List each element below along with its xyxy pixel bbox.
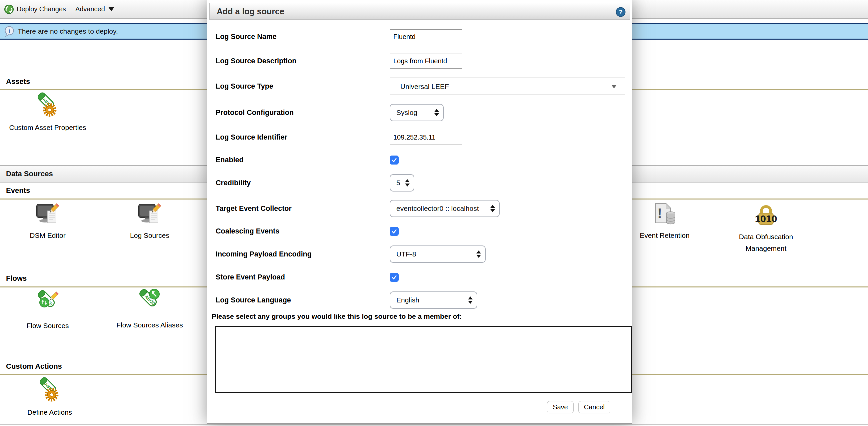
protocol-configuration-select[interactable]: Syslog: [390, 104, 444, 121]
section-header-custom-actions: Custom Actions: [6, 362, 62, 371]
advanced-label: Advanced: [75, 5, 105, 13]
spinner-arrows-icon: [402, 179, 410, 187]
save-button[interactable]: Save: [547, 401, 574, 413]
spinner-arrows-icon: [472, 251, 481, 258]
shortcut-log-sources[interactable]: Log Sources: [102, 203, 197, 241]
dialog-buttons: Save Cancel: [547, 401, 610, 413]
incoming-payload-encoding-select[interactable]: UTF-8: [390, 245, 486, 263]
cancel-button[interactable]: Cancel: [578, 401, 610, 413]
section-header-flows: Flows: [6, 274, 27, 283]
field-label: Target Event Collector: [216, 204, 390, 213]
svg-text:i: i: [8, 28, 10, 34]
log-source-type-combo[interactable]: Universal LEEF: [390, 77, 625, 95]
shortcut-label: Flow Sources Aliases: [102, 319, 197, 331]
field-row-enabled: Enabled: [216, 156, 399, 165]
field-row-log-source-identifier: Log Source Identifier: [216, 130, 462, 145]
field-label: Log Source Language: [216, 296, 390, 304]
deploy-changes-label: Deploy Changes: [17, 5, 66, 13]
help-icon[interactable]: ?: [616, 7, 626, 17]
coalescing-events-checkbox[interactable]: [390, 227, 399, 236]
checkmark-icon: [391, 274, 397, 281]
field-row-log-source-name: Log Source Name: [216, 29, 462, 44]
field-label: Protocol Configuration: [216, 108, 390, 117]
shortcut-label: Define Actions: [2, 406, 97, 418]
store-event-payload-checkbox[interactable]: [390, 273, 399, 282]
flow-sources-aliases-icon: ABCD: [136, 287, 164, 315]
select-value: Syslog: [396, 108, 417, 117]
field-row-log-source-type: Log Source Type Universal LEEF: [216, 77, 625, 95]
info-icon: i: [4, 26, 14, 37]
enabled-checkbox[interactable]: [390, 156, 399, 165]
field-label: Store Event Payload: [216, 273, 390, 282]
target-event-collector-select[interactable]: eventcollector0 :: localhost: [390, 200, 500, 217]
field-row-store-event-payload: Store Event Payload: [216, 273, 399, 282]
select-value: UTF-8: [396, 250, 416, 258]
dialog-titlebar: Add a log source ?: [209, 3, 630, 20]
asset-properties-icon: ABCD: [35, 92, 60, 118]
select-value: English: [396, 296, 419, 304]
caret-down-icon: [108, 7, 114, 11]
field-label: Log Source Type: [216, 82, 390, 91]
field-row-coalescing-events: Coalescing Events: [216, 227, 399, 236]
checkmark-icon: [391, 228, 397, 234]
log-source-identifier-input[interactable]: [390, 130, 462, 145]
spinner-arrows-icon: [488, 205, 495, 212]
shortcut-label: DSM Editor: [0, 229, 95, 241]
shortcut-label: Flow Sources: [0, 320, 95, 331]
dialog-title: Add a log source: [217, 7, 284, 16]
section-header-assets: Assets: [6, 77, 30, 86]
deploy-icon: [4, 4, 14, 14]
checkmark-icon: [391, 157, 397, 163]
shortcut-custom-asset-properties[interactable]: ABCD Custom Asset Properties: [0, 92, 95, 133]
data-obfuscation-icon: 1010: [754, 203, 778, 227]
shortcut-define-actions[interactable]: ABCD Define Actions: [2, 377, 97, 418]
shortcut-dsm-editor[interactable]: DSM Editor: [0, 203, 95, 241]
banner-message: There are no changes to deploy.: [18, 27, 118, 35]
svg-text:1010: 1010: [755, 213, 777, 224]
shortcut-data-obfuscation-management[interactable]: 1010 Data Obfuscation Management: [718, 203, 814, 254]
spinner-arrows-icon: [430, 109, 439, 116]
credibility-select[interactable]: 5: [390, 174, 414, 192]
advanced-menu-button[interactable]: Advanced: [75, 5, 114, 13]
field-label: Log Source Description: [216, 57, 390, 65]
shortcut-label: Data Obfuscation Management: [718, 231, 814, 254]
add-log-source-dialog: Add a log source ? Log Source Name Log S…: [207, 0, 632, 424]
groups-listbox[interactable]: [215, 326, 632, 393]
groups-prompt: Please select any groups you would like …: [212, 313, 462, 320]
field-row-credibility: Credibility 5: [216, 174, 414, 192]
field-row-log-source-description: Log Source Description: [216, 54, 462, 69]
shortcut-label: Custom Asset Properties: [0, 122, 95, 133]
select-value: eventcollector0 :: localhost: [396, 204, 479, 212]
shortcut-flow-sources-aliases[interactable]: ABCD Flow Sources Aliases: [102, 287, 197, 331]
define-actions-icon: ABCD: [37, 377, 62, 402]
dsm-editor-icon: [35, 203, 60, 226]
section-rule: [0, 424, 868, 425]
field-row-incoming-payload-encoding: Incoming Payload Encoding UTF-8: [216, 245, 486, 263]
deploy-changes-button[interactable]: Deploy Changes: [4, 4, 66, 14]
log-sources-icon: [137, 203, 162, 226]
log-source-name-input[interactable]: [390, 29, 462, 44]
log-source-description-input[interactable]: [390, 54, 462, 69]
shortcut-flow-sources[interactable]: ABCD Flow Sources: [0, 289, 95, 331]
field-row-target-event-collector: Target Event Collector eventcollector0 :…: [216, 200, 500, 217]
caret-down-icon: [611, 85, 617, 88]
select-value: 5: [396, 179, 400, 187]
section-header-data-sources: Data Sources: [6, 169, 53, 178]
field-label: Enabled: [216, 156, 390, 164]
field-label: Incoming Payload Encoding: [216, 250, 390, 259]
field-label: Log Source Name: [216, 33, 390, 41]
field-label: Coalescing Events: [216, 227, 390, 235]
field-label: Log Source Identifier: [216, 133, 390, 141]
field-row-protocol-configuration: Protocol Configuration Syslog: [216, 104, 444, 121]
field-label: Credibility: [216, 179, 390, 187]
svg-text:?: ?: [619, 9, 623, 15]
event-retention-icon: !: [652, 203, 677, 226]
combo-value: Universal LEEF: [400, 83, 449, 91]
svg-text:!: !: [657, 205, 662, 221]
field-row-log-source-language: Log Source Language English: [216, 291, 477, 309]
flow-sources-icon: ABCD: [34, 289, 61, 316]
spinner-arrows-icon: [464, 296, 473, 304]
shortcut-label: Log Sources: [102, 229, 197, 241]
log-source-language-select[interactable]: English: [390, 291, 477, 309]
section-header-events: Events: [6, 186, 30, 195]
